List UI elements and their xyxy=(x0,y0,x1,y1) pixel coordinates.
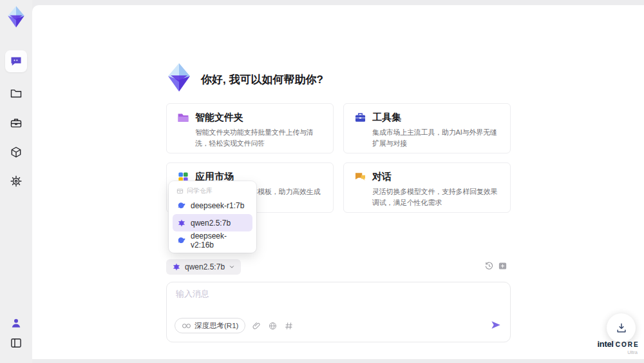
cube-icon xyxy=(10,146,23,159)
card-desc: 智能文件夹功能支持批量文件上传与清洗，轻松实现文件问答 xyxy=(195,127,327,148)
infinity-icon xyxy=(182,322,191,329)
model-selector-button[interactable]: qwen2.5:7b xyxy=(166,259,241,275)
intel-tier-text: Ultra xyxy=(598,349,639,355)
model-dropdown: 问学仓库 deepseek-r1:7b qwen2.5:7b deepseek-… xyxy=(169,181,256,253)
qwen-icon xyxy=(172,262,181,271)
greeting-title: 你好, 我可以如何帮助你? xyxy=(201,72,323,87)
message-input[interactable] xyxy=(176,288,498,314)
repo-box-icon xyxy=(176,188,184,195)
history-button[interactable] xyxy=(484,261,494,271)
sidebar-item-chat[interactable] xyxy=(5,50,27,72)
sidebar-item-account[interactable] xyxy=(5,312,27,334)
user-icon xyxy=(10,317,23,329)
card-title: 工具集 xyxy=(372,112,401,124)
card-dialog[interactable]: 对话 灵活切换多模型文件，支持多样回复效果调试，满足个性化需求 xyxy=(343,162,511,213)
history-icon xyxy=(484,261,494,271)
globe-icon xyxy=(268,321,278,331)
sidebar-item-folders[interactable] xyxy=(5,83,27,104)
smart-folder-icon xyxy=(177,112,189,124)
chevron-down-icon xyxy=(229,264,235,270)
briefcase-icon xyxy=(10,117,23,130)
app-logo-gem-icon xyxy=(5,5,28,28)
sidebar-item-toolbox[interactable] xyxy=(5,112,27,134)
model-selector-label: qwen2.5:7b xyxy=(185,262,225,271)
new-chat-button[interactable] xyxy=(498,261,507,271)
card-title: 智能文件夹 xyxy=(195,112,243,124)
card-desc: 灵活切换多模型文件，支持多样回复效果调试，满足个性化需求 xyxy=(372,186,504,208)
chat-input-box: 深度思考(R1) xyxy=(166,282,511,342)
qwen-icon xyxy=(177,219,186,228)
folder-icon xyxy=(10,87,23,100)
intel-brand-text: intel xyxy=(597,339,613,349)
paperclip-icon xyxy=(252,321,261,331)
hash-icon xyxy=(284,321,294,331)
chat-bubble-icon xyxy=(10,55,23,68)
gear-icon xyxy=(10,175,23,188)
shortcut-button[interactable] xyxy=(284,321,294,331)
web-search-button[interactable] xyxy=(268,321,278,331)
model-option-deepseek-r1[interactable]: deepseek-r1:7b xyxy=(173,197,252,214)
model-option-label: deepseek-r1:7b xyxy=(191,201,244,210)
deep-think-label: 深度思考(R1) xyxy=(194,321,238,331)
card-title: 对话 xyxy=(372,171,392,183)
download-icon xyxy=(615,322,628,335)
model-option-qwen[interactable]: qwen2.5:7b xyxy=(173,214,252,231)
deep-think-toggle[interactable]: 深度思考(R1) xyxy=(175,318,245,333)
app-window: 你好, 我可以如何帮助你? 智能文件夹 智能文件夹功能支持批量文件上传与清洗，轻… xyxy=(0,0,644,363)
model-option-label: deepseek-v2:16b xyxy=(191,231,248,250)
send-icon xyxy=(490,319,502,331)
sidebar-item-collapse[interactable] xyxy=(5,332,27,354)
download-fab[interactable] xyxy=(607,313,636,342)
model-dropdown-header: 问学仓库 xyxy=(173,185,252,197)
sidebar-item-models[interactable] xyxy=(5,141,27,163)
new-chat-icon xyxy=(498,261,507,271)
send-button[interactable] xyxy=(490,319,502,333)
input-actions: 深度思考(R1) xyxy=(175,318,294,333)
intel-core-badge: intel CORE Ultra xyxy=(598,339,639,355)
dialog-icon xyxy=(354,171,366,183)
attach-button[interactable] xyxy=(252,321,261,331)
deepseek-whale-icon xyxy=(177,201,186,210)
card-toolset[interactable]: 工具集 集成市场上主流工具，助力AI与外界无缝扩展与对接 xyxy=(343,103,511,153)
sidebar xyxy=(0,0,32,363)
toolset-icon xyxy=(354,112,366,124)
card-smart-folder[interactable]: 智能文件夹 智能文件夹功能支持批量文件上传与清洗，轻松实现文件问答 xyxy=(166,103,334,153)
collapse-panel-icon xyxy=(10,337,23,349)
card-desc: 集成市场上主流工具，助力AI与外界无缝扩展与对接 xyxy=(372,127,504,148)
model-dropdown-header-label: 问学仓库 xyxy=(187,186,213,195)
intel-product-text: CORE xyxy=(616,341,639,348)
greeting-gem-icon xyxy=(164,62,194,93)
model-option-label: qwen2.5:7b xyxy=(191,219,231,228)
model-option-deepseek-v2[interactable]: deepseek-v2:16b xyxy=(173,231,252,249)
deepseek-whale-icon xyxy=(177,236,186,245)
sidebar-item-settings[interactable] xyxy=(5,170,27,192)
